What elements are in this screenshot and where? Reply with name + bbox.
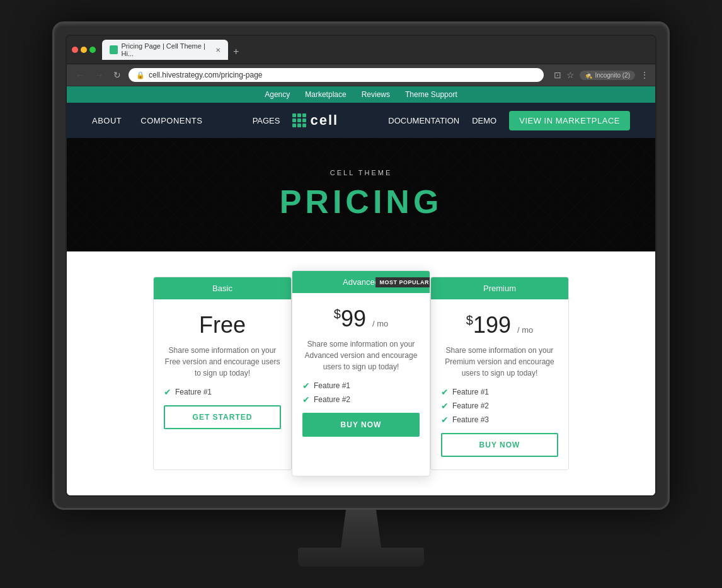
card-header-basic: Basic bbox=[154, 277, 291, 299]
feature-item: ✔ Feature #2 bbox=[302, 393, 420, 406]
feature-label: Feature #1 bbox=[314, 381, 350, 390]
incognito-label: Incognito (2) bbox=[595, 72, 630, 79]
logo-dot-7 bbox=[292, 124, 296, 127]
hero-title: PRICING bbox=[280, 183, 443, 221]
tab-title: Pricing Page | Cell Theme | Hi... bbox=[122, 42, 209, 57]
incognito-icon: 🕵 bbox=[585, 72, 592, 79]
check-icon: ✔ bbox=[302, 395, 310, 405]
price-period-advanced: / mo bbox=[372, 319, 388, 328]
feature-item: ✔ Feature #1 bbox=[164, 385, 281, 399]
lock-icon: 🔒 bbox=[136, 71, 145, 79]
check-icon: ✔ bbox=[302, 381, 310, 391]
feature-item: ✔ Feature #1 bbox=[302, 379, 420, 393]
monitor-stand-neck bbox=[336, 510, 386, 548]
incognito-badge: 🕵 Incognito (2) bbox=[580, 71, 635, 80]
card-price-premium: $199 / mo bbox=[441, 312, 558, 338]
feature-item: ✔ Feature #1 bbox=[441, 385, 558, 399]
card-features-premium: ✔ Feature #1 ✔ Feature #2 ✔ Feature #3 bbox=[441, 385, 558, 427]
card-body-premium: $199 / mo Share some information on your… bbox=[431, 299, 568, 470]
browser-chrome: Pricing Page | Cell Theme | Hi... ✕ + ← … bbox=[67, 36, 655, 86]
nav-link-pages[interactable]: PAGES bbox=[253, 116, 280, 125]
card-name-advanced: Advanced bbox=[343, 277, 379, 287]
logo-dot-5 bbox=[297, 118, 301, 122]
minimize-window-button[interactable] bbox=[81, 47, 87, 53]
close-window-button[interactable] bbox=[72, 47, 78, 53]
card-desc-advanced: Share some information on your Advanced … bbox=[302, 338, 420, 372]
topbar-link-reviews[interactable]: Reviews bbox=[362, 90, 390, 99]
card-name-basic: Basic bbox=[212, 284, 232, 293]
new-tab-button[interactable]: + bbox=[228, 43, 244, 60]
card-header-premium: Premium bbox=[431, 277, 568, 299]
check-icon: ✔ bbox=[441, 387, 449, 397]
nav-center: PAGES bbox=[253, 112, 339, 129]
card-features-advanced: ✔ Feature #1 ✔ Feature #2 bbox=[302, 379, 420, 406]
card-price-advanced: $99 / mo bbox=[302, 306, 420, 332]
pricing-card-advanced: Advanced MOST POPULAR $99 / mo Share som… bbox=[292, 270, 430, 476]
refresh-button[interactable]: ↻ bbox=[111, 69, 123, 81]
card-cta-advanced[interactable]: BUY NOW bbox=[302, 413, 420, 437]
topbar-link-theme-support[interactable]: Theme Support bbox=[405, 90, 457, 99]
feature-label: Feature #2 bbox=[452, 401, 489, 410]
pricing-section: Basic Free Share some information on you… bbox=[67, 251, 655, 495]
card-body-basic: Free Share some information on your Free… bbox=[154, 299, 291, 442]
logo-text[interactable]: cell bbox=[310, 112, 338, 129]
card-body-advanced: $99 / mo Share some information on your … bbox=[292, 293, 430, 449]
logo-dot-6 bbox=[302, 118, 306, 122]
most-popular-badge: MOST POPULAR bbox=[375, 277, 430, 287]
nav-links-right: DOCUMENTATION DEMO VIEW IN MARKETPLACE bbox=[388, 111, 630, 130]
menu-icon[interactable]: ⋮ bbox=[640, 70, 649, 80]
maximize-window-button[interactable] bbox=[89, 47, 96, 53]
price-amount-advanced: $99 bbox=[334, 306, 372, 331]
url-text: cell.hivestrategy.com/pricing-page bbox=[149, 71, 263, 79]
logo-dot-2 bbox=[297, 113, 301, 117]
window-controls bbox=[72, 47, 96, 53]
feature-label: Feature #2 bbox=[314, 395, 350, 404]
monitor-stand bbox=[298, 510, 424, 567]
screen-bezel: Pricing Page | Cell Theme | Hi... ✕ + ← … bbox=[66, 35, 656, 497]
logo-dot-8 bbox=[297, 124, 301, 127]
card-cta-premium[interactable]: BUY NOW bbox=[441, 433, 558, 457]
nav-link-demo[interactable]: DEMO bbox=[472, 116, 496, 125]
website-content: Agency Marketplace Reviews Theme Support… bbox=[67, 86, 655, 495]
back-button[interactable]: ← bbox=[73, 69, 87, 81]
tab-favicon-icon bbox=[110, 45, 118, 54]
hero-subtitle: CELL THEME bbox=[330, 169, 392, 176]
monitor: Pricing Page | Cell Theme | Hi... ✕ + ← … bbox=[46, 21, 676, 567]
pricing-card-basic: Basic Free Share some information on you… bbox=[153, 277, 292, 470]
nav-link-about[interactable]: ABOUT bbox=[92, 116, 122, 125]
logo-dot-3 bbox=[302, 113, 306, 117]
forward-button[interactable]: → bbox=[92, 69, 106, 81]
address-bar[interactable]: 🔒 cell.hivestrategy.com/pricing-page bbox=[129, 68, 544, 82]
logo-dot-4 bbox=[292, 118, 296, 122]
hero-section: CELL THEME PRICING bbox=[67, 138, 655, 251]
nav-link-documentation[interactable]: DOCUMENTATION bbox=[388, 116, 459, 125]
browser-nav-bar: ← → ↻ 🔒 cell.hivestrategy.com/pricing-pa… bbox=[67, 64, 655, 86]
feature-item: ✔ Feature #2 bbox=[441, 399, 558, 413]
feature-label: Feature #3 bbox=[452, 415, 489, 424]
feature-label: Feature #1 bbox=[452, 388, 489, 396]
cast-icon[interactable]: ⊡ bbox=[554, 70, 561, 80]
logo-grid-icon bbox=[292, 113, 306, 127]
monitor-body: Pricing Page | Cell Theme | Hi... ✕ + ← … bbox=[52, 21, 670, 510]
browser-topbar: Pricing Page | Cell Theme | Hi... ✕ + bbox=[67, 36, 655, 64]
pricing-card-premium: Premium $199 / mo Share some information… bbox=[430, 277, 569, 470]
topbar-link-agency[interactable]: Agency bbox=[265, 90, 290, 99]
check-icon: ✔ bbox=[441, 401, 449, 411]
check-icon: ✔ bbox=[441, 415, 449, 425]
logo-dot-1 bbox=[292, 113, 296, 117]
nav-links-left: ABOUT COMPONENTS bbox=[92, 116, 202, 125]
card-header-advanced: Advanced MOST POPULAR bbox=[292, 271, 430, 293]
nav-link-components[interactable]: COMPONENTS bbox=[140, 116, 202, 125]
nav-cta-button[interactable]: VIEW IN MARKETPLACE bbox=[509, 111, 630, 130]
feature-label: Feature #1 bbox=[175, 388, 212, 396]
logo-dot-9 bbox=[302, 124, 306, 127]
topbar-link-marketplace[interactable]: Marketplace bbox=[305, 90, 346, 99]
active-tab[interactable]: Pricing Page | Cell Theme | Hi... ✕ bbox=[102, 40, 228, 60]
card-cta-basic[interactable]: GET STARTED bbox=[164, 405, 281, 429]
price-amount-premium: $199 bbox=[466, 312, 517, 338]
site-navbar: ABOUT COMPONENTS PAGES bbox=[67, 103, 655, 138]
card-desc-premium: Share some information on your Premium v… bbox=[441, 345, 558, 379]
tab-close-button[interactable]: ✕ bbox=[215, 47, 221, 54]
bookmark-icon[interactable]: ☆ bbox=[566, 70, 575, 80]
site-logo: cell bbox=[292, 112, 338, 129]
